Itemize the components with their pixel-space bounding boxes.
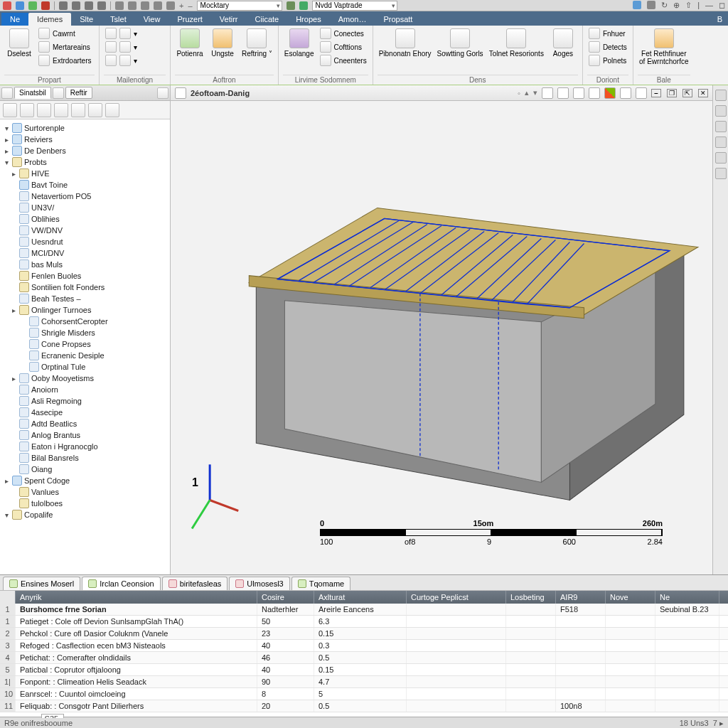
ribbon-tab[interactable]: Propsatt [375,13,421,26]
table-row[interactable]: 1Burshomce frne SorianNadterhlerAreirle … [0,604,728,616]
qat-icon[interactable] [115,1,124,10]
tool-button[interactable] [88,103,102,117]
nav-home-icon[interactable] [1,87,13,99]
tree-node[interactable]: Fenlen Buoles [0,270,170,282]
vp-tool-icon[interactable] [620,87,631,99]
fnhuer-button[interactable]: Fnhuer [587,27,628,40]
tree-node[interactable]: tulolboes [0,498,170,509]
tree-node[interactable]: 4asecipe [0,407,170,418]
navigator-tab[interactable]: Sinatsbil [14,87,51,99]
vp-tool-icon[interactable] [589,87,600,99]
tree-node[interactable]: ▾Surtorenple [0,122,170,134]
vp-tool-icon[interactable] [573,87,584,99]
col-header[interactable]: Axlturat [314,591,407,604]
tree-node[interactable]: Anlog Brantus [0,429,170,441]
right-tool-icon[interactable] [715,168,727,179]
refresh-icon[interactable]: ↻ [661,1,668,10]
3d-canvas[interactable]: 1 0 15om 260m 100 of8 9 600 2.84 [171,101,712,574]
tool-button[interactable] [3,103,17,117]
tree-node[interactable]: Ecranenic Desiple [0,350,170,361]
nav-icon[interactable] [157,87,168,99]
col-header[interactable] [0,591,16,604]
qat-icon[interactable] [141,1,149,10]
maximize-icon[interactable]: ◻ [719,1,725,10]
variant-combo[interactable]: Nvdd Vaptrade [312,1,397,11]
tree-node[interactable]: Netavertiom PO5 [0,191,170,202]
esolange-button[interactable]: Esolange [283,27,316,59]
tree-node[interactable]: Bavt Toine [0,179,170,191]
tree-node[interactable]: Oblihies [0,213,170,225]
tree-node[interactable]: Anoiorn [0,384,170,395]
tree-node[interactable]: CohorsentCeropter [0,316,170,327]
qat-icon[interactable] [97,1,106,10]
qat-icon[interactable] [59,1,68,10]
bottom-tab[interactable]: biritefasleas [162,577,228,590]
tree-node[interactable]: Oiang [0,464,170,475]
qat-icon[interactable] [299,1,308,10]
tool-button[interactable] [20,103,34,117]
tree-node[interactable]: ▾Copalife [0,509,170,520]
minimize-icon[interactable]: — [705,1,713,10]
table-row[interactable]: 3Refoged : Casflection ecen bM3 Nisteaol… [0,640,728,652]
right-tool-icon[interactable] [715,121,727,132]
tree-node[interactable]: Cone Propses [0,338,170,350]
tree-node[interactable]: ▸HIVE [0,168,170,179]
tree-node[interactable]: UN3V/ [0,202,170,213]
ribbon-tab[interactable]: Slte [71,13,102,26]
tool-button[interactable] [105,103,119,117]
tree-node[interactable]: Vanlues [0,486,170,498]
ribbon-right-cap[interactable]: B [712,13,728,26]
dselect-button[interactable]: Dselest [4,27,34,59]
right-tool-icon[interactable] [715,152,727,164]
bottom-tab[interactable]: Ulmosesl3 [229,577,289,590]
ribbon-tab[interactable]: Tslet [102,13,135,26]
table-row[interactable]: 5Paticbal : Coprutor oftjaloong400.15 [0,664,728,676]
reftring-button[interactable]: Reftring ˅ [240,27,274,59]
qat-icon[interactable] [287,1,295,10]
detects-button[interactable]: Detects [587,41,628,53]
view-minimize-icon[interactable]: ‒ [651,89,661,97]
view-close-icon[interactable]: ✕ [698,89,708,97]
project-tree[interactable]: ▾Surtorenple▸Reiviers▸De Denbers▾Probts▸… [0,119,170,574]
cofttions-button[interactable]: Cofttions [318,41,368,53]
bottom-tab[interactable]: Ensines Moserl [3,577,80,590]
ribbon-tab[interactable]: Hropes [287,13,329,26]
tool-button[interactable] [37,103,51,117]
ribbon-tab[interactable]: Vetirr [211,13,247,26]
fet-button[interactable]: Fet Rethfinuer of Ewrntchorfce [638,27,690,67]
vp-tool-icon[interactable] [557,87,569,99]
vp-tool-icon[interactable]: ▾ [533,88,537,97]
conectes-button[interactable]: Conectes [318,27,368,40]
model-combo[interactable]: Mocktary [197,1,282,11]
small-button[interactable]: ▾ [104,54,139,67]
vp-tool-icon[interactable]: ▴ [525,88,529,97]
tree-node[interactable]: ▸Reiviers [0,134,170,145]
qat-icon[interactable] [28,1,37,10]
tree-node[interactable]: Asli Regmoing [0,395,170,407]
vp-tool-icon[interactable] [542,87,553,99]
col-header[interactable]: Cosire [257,591,314,604]
tree-node[interactable]: ▸Spent Cdoge [0,475,170,486]
right-tool-icon[interactable] [715,90,727,101]
polnets-button[interactable]: Polnets [587,54,628,67]
windows-icon[interactable] [604,87,616,99]
tree-node[interactable]: Uesndrut [0,236,170,247]
table-row[interactable]: 11Feliquab: : Consgotr Pant Dilierhers20… [0,700,728,712]
col-header[interactable]: AIR9 [556,591,606,604]
ribbon-tab[interactable]: Pruzert [168,13,210,26]
table-row[interactable]: 2Pehckol : Cure ofl Dasior Coluknm (Vane… [0,628,728,640]
vp-tool-icon[interactable]: ◦ [518,89,520,97]
qat-icon[interactable] [85,1,93,10]
col-header[interactable]: Anyrik [16,591,257,604]
view-pin-icon[interactable]: ⇱ [682,89,692,97]
tree-node[interactable]: MCI/DNV [0,247,170,259]
file-tab[interactable]: Ne [1,13,28,26]
pibnonatn-button[interactable]: Pibnonatn Ehory [378,27,433,59]
tolnet-button[interactable]: Tolnet Resorionts [488,27,545,59]
tool-button[interactable] [71,103,85,117]
tree-node[interactable]: Sontilien folt Fonders [0,282,170,293]
tree-node[interactable]: ▸De Denbers [0,145,170,156]
qat-icon[interactable] [154,1,162,10]
qat-icon[interactable]: ⇧ [685,1,692,10]
navigator-tab[interactable]: Reftir [65,87,92,99]
